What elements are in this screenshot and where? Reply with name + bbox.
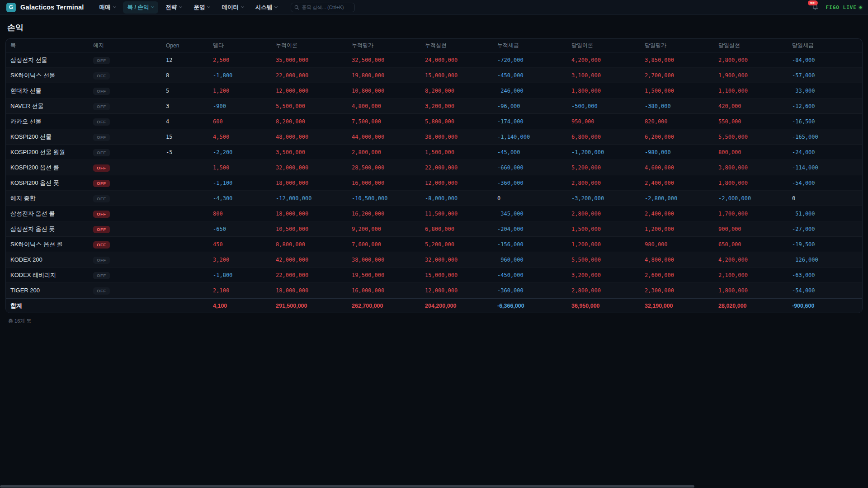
column-header-7[interactable]: 누적세금 bbox=[493, 42, 567, 49]
nav-item-label: 시스템 bbox=[255, 4, 273, 11]
column-header-3[interactable]: 델타 bbox=[208, 42, 271, 49]
hedge-toggle[interactable]: OFF bbox=[93, 211, 110, 218]
cell-value: -980,000 bbox=[640, 149, 714, 155]
hedge-toggle[interactable]: OFF bbox=[93, 149, 110, 156]
hedge-toggle[interactable]: OFF bbox=[93, 257, 110, 264]
table-row[interactable]: KOSPI200 옵션 콜OFF1,50032,000,00028,500,00… bbox=[6, 160, 862, 175]
cell-value: 16,000,000 bbox=[347, 180, 420, 186]
book-name: SK하이닉스 선물 bbox=[6, 71, 89, 80]
cell-value: 650,000 bbox=[714, 241, 788, 248]
cell-value: 800,000 bbox=[714, 149, 788, 155]
hedge-toggle[interactable]: OFF bbox=[93, 180, 110, 187]
hedge-cell: OFF bbox=[89, 225, 161, 233]
cell-value: 1,500,000 bbox=[420, 149, 493, 155]
cell-value: 3,500,000 bbox=[271, 149, 347, 155]
table-row[interactable]: NAVER 선물OFF3-9005,500,0004,800,0003,200,… bbox=[6, 99, 862, 114]
cell-value: 2,800,000 bbox=[567, 211, 640, 217]
table-row[interactable]: KODEX 200OFF3,20042,000,00038,000,00032,… bbox=[6, 252, 862, 267]
hedge-toggle[interactable]: OFF bbox=[93, 241, 110, 249]
column-header-1[interactable]: 헤지 bbox=[89, 42, 161, 49]
nav-item-3[interactable]: 운영 bbox=[189, 1, 214, 14]
hedge-toggle[interactable]: OFF bbox=[93, 287, 110, 295]
hedge-toggle[interactable]: OFF bbox=[93, 118, 110, 126]
global-search[interactable] bbox=[291, 3, 355, 12]
search-input[interactable] bbox=[302, 5, 351, 10]
table-row[interactable]: 현대차 선물OFF51,20012,000,00010,800,0008,200… bbox=[6, 83, 862, 99]
chevron-down-icon bbox=[113, 5, 116, 8]
chevron-down-icon bbox=[179, 5, 182, 8]
hedge-toggle[interactable]: OFF bbox=[93, 57, 110, 64]
table-row[interactable]: 헤지 종합OFF-4,300-12,000,000-10,500,000-8,0… bbox=[6, 191, 862, 206]
cell-value: 5,800,000 bbox=[420, 118, 493, 125]
nav-item-label: 북 / 손익 bbox=[127, 4, 149, 11]
cell-value: -450,000 bbox=[493, 272, 567, 278]
table-row[interactable]: 삼성전자 옵션 풋OFF-65010,500,0009,200,0006,800… bbox=[6, 221, 862, 237]
open-qty: 8 bbox=[161, 72, 208, 79]
book-name: SK하이닉스 옵션 콜 bbox=[6, 240, 89, 249]
hedge-toggle[interactable]: OFF bbox=[93, 103, 110, 110]
notifications-button[interactable]: 99+ bbox=[812, 4, 820, 11]
column-header-4[interactable]: 누적이론 bbox=[271, 42, 347, 49]
nav-item-2[interactable]: 전략 bbox=[161, 1, 186, 14]
book-name: NAVER 선물 bbox=[6, 102, 89, 110]
nav-item-4[interactable]: 데이터 bbox=[217, 1, 248, 14]
book-name: KOSPI200 옵션 콜 bbox=[6, 164, 89, 172]
column-header-10[interactable]: 당일실현 bbox=[714, 42, 788, 49]
hedge-toggle[interactable]: OFF bbox=[93, 164, 110, 172]
hedge-cell: OFF bbox=[89, 71, 161, 80]
total-value: 32,190,000 bbox=[640, 303, 714, 309]
column-header-11[interactable]: 당일세금 bbox=[788, 42, 862, 49]
column-header-5[interactable]: 누적평가 bbox=[347, 42, 420, 49]
cell-value: 3,800,000 bbox=[714, 164, 788, 171]
table-row[interactable]: 삼성전자 옵션 콜OFF80018,000,00016,200,00011,50… bbox=[6, 206, 862, 221]
column-header-9[interactable]: 당일평가 bbox=[640, 42, 714, 49]
table-row[interactable]: 삼성전자 선물OFF122,50035,000,00032,500,00024,… bbox=[6, 52, 862, 68]
hedge-toggle[interactable]: OFF bbox=[93, 72, 110, 80]
pnl-page: 손익 북헤지Open델타누적이론누적평가누적실현누적세금당일이론당일평가당일실현… bbox=[0, 15, 868, 324]
nav-item-label: 매매 bbox=[99, 4, 111, 11]
hedge-cell: OFF bbox=[89, 271, 161, 279]
cell-value: 15,000,000 bbox=[420, 272, 493, 278]
open-qty: 15 bbox=[161, 134, 208, 140]
book-name: KODEX 200 bbox=[6, 256, 89, 263]
table-row[interactable]: SK하이닉스 옵션 콜OFF4508,800,0007,600,0005,200… bbox=[6, 237, 862, 252]
nav-item-0[interactable]: 매매 bbox=[95, 1, 120, 14]
cell-value: -156,000 bbox=[493, 241, 567, 248]
cell-value: 1,900,000 bbox=[714, 72, 788, 79]
table-row[interactable]: KODEX 레버리지OFF-1,80022,000,00019,500,0001… bbox=[6, 267, 862, 283]
cell-value: 900,000 bbox=[714, 226, 788, 232]
cell-value: 5,200,000 bbox=[420, 241, 493, 248]
nav-item-1[interactable]: 북 / 손익 bbox=[123, 1, 159, 14]
book-name: 삼성전자 옵션 콜 bbox=[6, 210, 89, 218]
table-row[interactable]: TIGER 200OFF2,10018,000,00016,000,00012,… bbox=[6, 283, 862, 298]
column-header-0[interactable]: 북 bbox=[6, 42, 89, 49]
hedge-toggle[interactable]: OFF bbox=[93, 88, 110, 95]
cell-value: 1,800,000 bbox=[714, 180, 788, 186]
horizontal-scrollbar[interactable] bbox=[0, 485, 868, 488]
column-header-6[interactable]: 누적실현 bbox=[420, 42, 493, 49]
hedge-toggle[interactable]: OFF bbox=[93, 134, 110, 141]
cell-value: 22,000,000 bbox=[271, 72, 347, 79]
pnl-table: 북헤지Open델타누적이론누적평가누적실현누적세금당일이론당일평가당일실현당일세… bbox=[5, 38, 863, 313]
hedge-toggle[interactable]: OFF bbox=[93, 226, 110, 233]
cell-value: 4,500 bbox=[208, 134, 271, 140]
app-logo[interactable]: G bbox=[6, 3, 16, 12]
table-row[interactable]: SK하이닉스 선물OFF8-1,80022,000,00019,800,0001… bbox=[6, 68, 862, 83]
hedge-toggle[interactable]: OFF bbox=[93, 195, 110, 202]
column-header-8[interactable]: 당일이론 bbox=[567, 42, 640, 49]
cell-value: -204,000 bbox=[493, 226, 567, 232]
table-row[interactable]: KOSPI200 선물OFF154,50048,000,00044,000,00… bbox=[6, 129, 862, 145]
column-header-2[interactable]: Open bbox=[161, 42, 208, 49]
cell-value: 22,000,000 bbox=[420, 164, 493, 171]
cell-value: -54,000 bbox=[788, 287, 862, 294]
cell-value: -51,000 bbox=[788, 211, 862, 217]
table-row[interactable]: KOSPI200 선물 원월OFF-5-2,2003,500,0002,800,… bbox=[6, 145, 862, 160]
cell-value: 5,500,000 bbox=[714, 134, 788, 140]
table-row[interactable]: KOSPI200 옵션 풋OFF-1,10018,000,00016,000,0… bbox=[6, 175, 862, 191]
live-label: FIGO LIVE bbox=[826, 5, 857, 10]
nav-item-5[interactable]: 시스템 bbox=[251, 1, 282, 14]
table-row[interactable]: 카카오 선물OFF46008,200,0007,500,0005,800,000… bbox=[6, 114, 862, 129]
scrollbar-thumb[interactable] bbox=[0, 485, 694, 488]
hedge-toggle[interactable]: OFF bbox=[93, 272, 110, 279]
open-qty: -5 bbox=[161, 149, 208, 155]
